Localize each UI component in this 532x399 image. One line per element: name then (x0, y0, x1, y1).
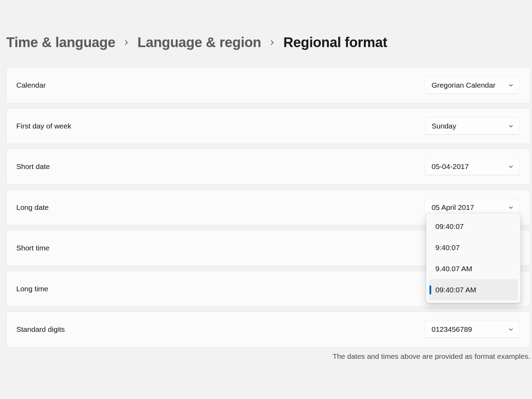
setting-label: First day of week (16, 122, 71, 130)
setting-label: Long date (16, 203, 48, 212)
option-label: 09:40:07 AM (435, 286, 476, 294)
short-date-dropdown[interactable]: 05-04-2017 (425, 158, 520, 175)
setting-row-first-day-of-week: First day of week Sunday (6, 108, 530, 144)
flyout-option-selected[interactable]: 09:40:07 AM (429, 279, 518, 300)
time-format-flyout: 09:40:07 9:40:07 9.40.07 AM 09:40:07 AM (426, 213, 521, 303)
chevron-down-icon (508, 326, 514, 332)
breadcrumb-item-time-and-language[interactable]: Time & language (6, 35, 115, 50)
flyout-option[interactable]: 09:40:07 (429, 216, 518, 237)
option-label: 9:40:07 (435, 243, 460, 252)
settings-list: Calendar Gregorian Calendar First day of… (6, 67, 530, 352)
setting-label: Standard digits (16, 325, 65, 334)
breadcrumb: Time & language Language & region Region… (6, 35, 387, 50)
flyout-option[interactable]: 9.40.07 AM (429, 258, 518, 279)
breadcrumb-item-language-and-region[interactable]: Language & region (138, 35, 261, 50)
dropdown-value: 0123456789 (432, 325, 505, 334)
selected-indicator (429, 285, 431, 294)
setting-label: Short date (16, 162, 50, 171)
chevron-down-icon (508, 123, 514, 129)
flyout-option[interactable]: 9:40:07 (429, 237, 518, 258)
setting-label: Long time (16, 285, 48, 293)
format-examples-note: The dates and times above are provided a… (332, 352, 530, 361)
chevron-down-icon (508, 204, 514, 211)
first-day-of-week-dropdown[interactable]: Sunday (425, 117, 520, 135)
setting-label: Calendar (16, 81, 46, 89)
chevron-down-icon (508, 163, 514, 170)
chevron-down-icon (508, 82, 514, 88)
standard-digits-dropdown[interactable]: 0123456789 (425, 321, 520, 338)
dropdown-value: Gregorian Calendar (432, 81, 505, 89)
page-title-regional-format: Regional format (283, 35, 387, 50)
setting-row-standard-digits: Standard digits 0123456789 (6, 311, 530, 347)
setting-row-calendar: Calendar Gregorian Calendar (6, 67, 530, 103)
setting-label: Short time (16, 244, 50, 252)
calendar-dropdown[interactable]: Gregorian Calendar (425, 77, 520, 94)
dropdown-value: 05-04-2017 (432, 162, 505, 171)
option-label: 9.40.07 AM (435, 265, 472, 273)
dropdown-value: Sunday (432, 122, 505, 130)
dropdown-value: 05 April 2017 (432, 203, 505, 212)
setting-row-short-date: Short date 05-04-2017 (6, 149, 530, 185)
option-label: 09:40:07 (435, 222, 464, 231)
chevron-right-icon (123, 38, 130, 47)
chevron-right-icon (268, 38, 276, 47)
